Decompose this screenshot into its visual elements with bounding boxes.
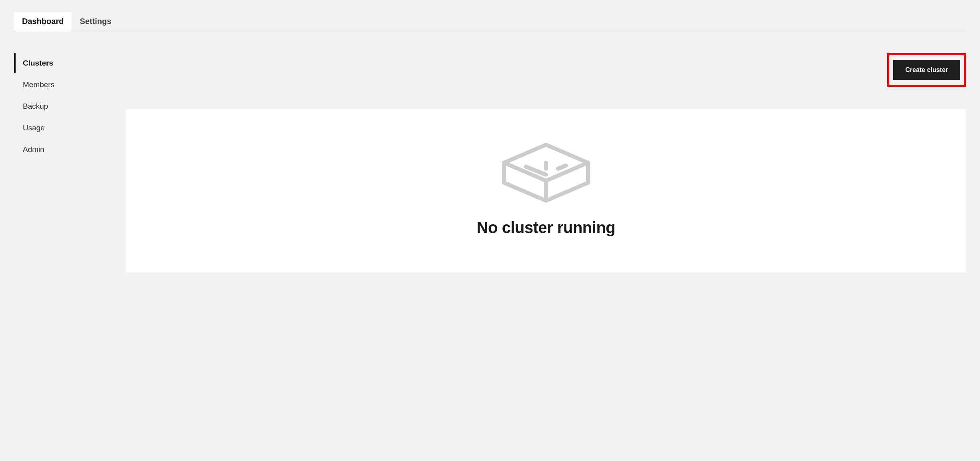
sidebar-item-label: Backup bbox=[23, 102, 48, 110]
annotation-highlight: Create cluster bbox=[887, 53, 966, 87]
sidebar-item-label: Usage bbox=[23, 124, 45, 132]
sidebar-item-backup[interactable]: Backup bbox=[14, 96, 114, 116]
top-tabs: Dashboard Settings bbox=[14, 12, 966, 31]
empty-state-title: No cluster running bbox=[142, 219, 950, 237]
svg-line-4 bbox=[558, 166, 566, 169]
sidebar-item-label: Admin bbox=[23, 145, 44, 154]
page-container: Dashboard Settings Clusters Members Back… bbox=[0, 0, 980, 285]
tab-settings[interactable]: Settings bbox=[72, 12, 119, 31]
create-cluster-button-label: Create cluster bbox=[905, 66, 948, 73]
action-bar: Create cluster bbox=[126, 53, 966, 87]
empty-state-card: No cluster running bbox=[126, 109, 966, 273]
sidebar-item-admin[interactable]: Admin bbox=[14, 140, 114, 160]
sidebar-item-label: Clusters bbox=[23, 59, 53, 67]
content-row: Clusters Members Backup Usage Admin Crea… bbox=[14, 53, 966, 273]
sidebar-item-clusters[interactable]: Clusters bbox=[14, 53, 114, 73]
tab-dashboard-label: Dashboard bbox=[22, 17, 64, 26]
tab-dashboard[interactable]: Dashboard bbox=[14, 12, 72, 31]
sidebar-item-usage[interactable]: Usage bbox=[14, 118, 114, 138]
sidebar: Clusters Members Backup Usage Admin bbox=[14, 53, 114, 161]
sidebar-item-label: Members bbox=[23, 80, 54, 89]
sidebar-item-members[interactable]: Members bbox=[14, 75, 114, 95]
tab-settings-label: Settings bbox=[80, 17, 111, 26]
main-content: Create cluster bbox=[114, 53, 966, 273]
empty-box-icon bbox=[142, 141, 950, 203]
create-cluster-button[interactable]: Create cluster bbox=[893, 60, 960, 80]
